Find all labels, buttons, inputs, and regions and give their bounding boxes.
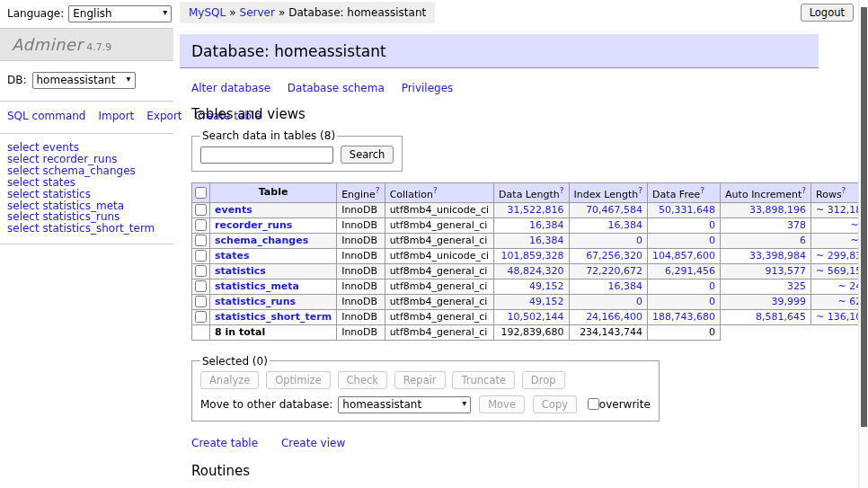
breadcrumb-mysql-link[interactable]: MySQL: [189, 6, 226, 19]
total-label: 8 in total: [210, 324, 337, 340]
sidebar-item-select-states[interactable]: select states: [7, 177, 166, 189]
data-length-link[interactable]: 49,152: [529, 296, 564, 307]
scrollbar-thumb[interactable]: [861, 7, 867, 427]
index-length-link[interactable]: 16,384: [608, 219, 643, 231]
row-checkbox[interactable]: [195, 250, 207, 262]
data-length-link[interactable]: 101,859,328: [501, 250, 564, 262]
data-length-link[interactable]: 10,502,144: [508, 311, 564, 323]
breadcrumb-separator: »: [279, 6, 285, 19]
data-free-link[interactable]: 0: [709, 235, 715, 246]
table-name-link[interactable]: states: [215, 250, 250, 262]
row-checkbox[interactable]: [195, 280, 207, 292]
create-view-link[interactable]: Create view: [281, 437, 345, 449]
index-length-link[interactable]: 16,384: [608, 280, 643, 292]
move-database-select[interactable]: homeassistant: [338, 396, 471, 413]
column-help-link[interactable]: ?: [700, 186, 704, 195]
auto-increment-link[interactable]: 913,577: [766, 265, 807, 277]
app-name[interactable]: Adminer: [12, 35, 83, 54]
auto-increment-link[interactable]: 6: [800, 235, 806, 246]
column-help-link[interactable]: ?: [376, 186, 380, 195]
sidebar-item-select-recorder-runs[interactable]: select recorder_runs: [7, 154, 166, 165]
table-name-link[interactable]: statistics_meta: [215, 280, 299, 292]
overwrite-label[interactable]: overwrite: [599, 398, 651, 411]
data-free-link[interactable]: 188,743,680: [652, 311, 715, 323]
table-name-link[interactable]: schema_changes: [215, 235, 308, 246]
index-length-link[interactable]: 72,220,672: [586, 265, 642, 277]
privileges-link[interactable]: Privileges: [402, 82, 454, 94]
sidebar-item-select-events[interactable]: select events: [7, 142, 166, 154]
row-checkbox[interactable]: [195, 296, 207, 307]
data-length-link[interactable]: 16,384: [529, 235, 564, 246]
data-free-link[interactable]: 0: [709, 219, 715, 231]
sidebar-item-select-schema-changes[interactable]: select schema_changes: [7, 165, 166, 177]
row-checkbox[interactable]: [195, 204, 207, 216]
column-header-table: Table: [210, 183, 337, 203]
database-nav-links: Alter database Database schema Privilege…: [191, 82, 868, 94]
column-help-link[interactable]: ?: [638, 186, 642, 195]
row-checkbox[interactable]: [195, 219, 207, 231]
check-button[interactable]: Check: [338, 371, 387, 389]
auto-increment-link[interactable]: 8,581,645: [756, 311, 806, 323]
overwrite-checkbox[interactable]: [588, 398, 599, 410]
table-name-link[interactable]: events: [215, 204, 252, 216]
repair-button[interactable]: Repair: [394, 371, 446, 389]
table-name-link[interactable]: recorder_runs: [215, 219, 292, 231]
data-length-link[interactable]: 31,522,816: [508, 204, 564, 216]
index-length-link[interactable]: 0: [636, 296, 642, 307]
search-button[interactable]: Search: [341, 146, 394, 164]
row-checkbox[interactable]: [195, 265, 207, 277]
db-select[interactable]: homeassistant: [32, 72, 136, 89]
data-free-link[interactable]: 104,857,600: [652, 250, 715, 262]
table-name-link[interactable]: statistics_short_term: [215, 311, 332, 323]
select-all-checkbox[interactable]: [195, 187, 207, 199]
drop-button[interactable]: Drop: [522, 371, 565, 389]
index-length-link[interactable]: 24,166,400: [586, 311, 642, 323]
column-header-index-length: Index Length?: [569, 183, 648, 203]
sidebar-link-import[interactable]: Import: [98, 110, 134, 122]
data-free-link[interactable]: 6,291,456: [665, 265, 715, 277]
move-button[interactable]: Move: [479, 395, 525, 413]
data-free-link[interactable]: 0: [709, 280, 715, 292]
search-input[interactable]: [200, 146, 333, 164]
data-length-link[interactable]: 48,824,320: [508, 265, 564, 277]
app-version[interactable]: 4.7.9: [86, 41, 111, 53]
sidebar-item-select-statistics[interactable]: select statistics: [7, 189, 166, 200]
table-name-link[interactable]: statistics_runs: [215, 296, 296, 307]
sidebar-link-sql-command[interactable]: SQL command: [7, 110, 85, 122]
data-length-link[interactable]: 16,384: [529, 219, 564, 231]
column-help-link[interactable]: ?: [433, 186, 438, 195]
breadcrumb-server-link[interactable]: Server: [240, 6, 275, 19]
language-select[interactable]: English: [68, 5, 172, 22]
column-help-link[interactable]: ?: [560, 186, 564, 195]
auto-increment-link[interactable]: 378: [787, 219, 806, 231]
move-to-database-label: Move to other database:: [200, 398, 332, 411]
optimize-button[interactable]: Optimize: [266, 371, 331, 389]
auto-increment-link[interactable]: 33,898,196: [749, 204, 806, 216]
truncate-button[interactable]: Truncate: [452, 371, 515, 389]
sidebar-link-export[interactable]: Export: [146, 110, 182, 122]
table-name-link[interactable]: statistics: [215, 265, 266, 277]
table-row: recorder_runs InnoDB utf8mb4_general_ci …: [192, 217, 868, 233]
create-table-link[interactable]: Create table: [191, 437, 258, 449]
column-help-link[interactable]: ?: [802, 186, 806, 195]
data-free-link[interactable]: 50,331,648: [659, 204, 715, 216]
index-length-link[interactable]: 0: [636, 235, 642, 246]
vertical-scrollbar[interactable]: [858, 0, 868, 488]
logout-button[interactable]: Logout: [801, 4, 854, 22]
routines-heading: Routines: [191, 463, 868, 479]
auto-increment-link[interactable]: 39,999: [772, 296, 807, 307]
sidebar-item-select-statistics-short-term[interactable]: select statistics_short_term: [7, 223, 166, 235]
alter-database-link[interactable]: Alter database: [191, 82, 270, 94]
row-checkbox[interactable]: [195, 311, 207, 323]
index-length-link[interactable]: 70,467,584: [586, 204, 642, 216]
auto-increment-link[interactable]: 33,398,984: [749, 250, 806, 262]
row-checkbox[interactable]: [195, 235, 207, 246]
index-length-link[interactable]: 67,256,320: [586, 250, 642, 262]
auto-increment-link[interactable]: 325: [787, 280, 806, 292]
database-schema-link[interactable]: Database schema: [288, 82, 385, 94]
data-length-link[interactable]: 49,152: [529, 280, 564, 292]
data-free-link[interactable]: 0: [709, 296, 715, 307]
analyze-button[interactable]: Analyze: [200, 371, 259, 389]
column-help-link[interactable]: ?: [842, 186, 846, 195]
copy-button[interactable]: Copy: [533, 395, 577, 413]
